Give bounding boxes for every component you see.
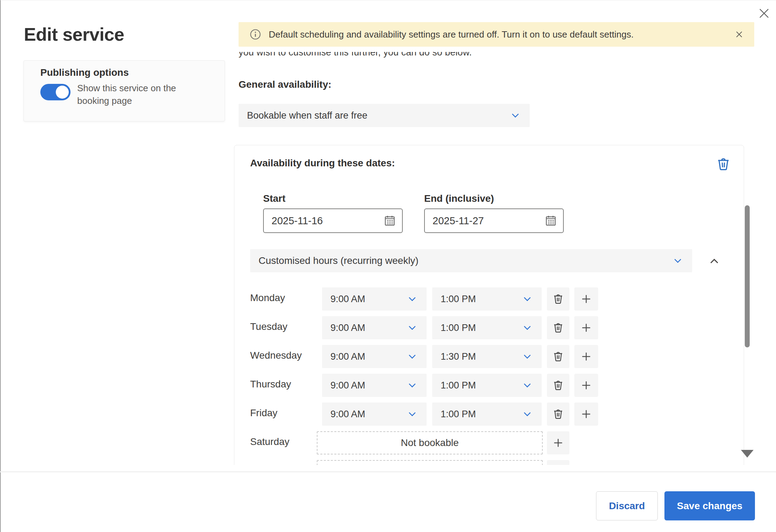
day-label: Saturday: [250, 436, 289, 447]
custom-hours-dropdown[interactable]: Customised hours (recurring weekly): [250, 249, 692, 272]
day-row-monday: Monday 9:00 AM 1:00 PM: [234, 287, 744, 311]
start-date-value: 2025-11-16: [272, 215, 323, 227]
start-date-input[interactable]: 2025-11-16: [263, 208, 403, 233]
start-time-value: 9:00 AM: [330, 294, 365, 305]
day-label: Wednesday: [250, 350, 302, 361]
availability-dates-heading: Availability during these dates:: [250, 158, 395, 169]
start-time-dropdown[interactable]: 9:00 AM: [322, 287, 427, 311]
chevron-down-icon: [522, 322, 533, 333]
scrollbar-thumb[interactable]: [745, 205, 750, 347]
end-date-label: End (inclusive): [424, 193, 494, 204]
day-row-friday: Friday 9:00 AM 1:00 PM: [234, 403, 744, 426]
chevron-down-icon: [407, 409, 417, 419]
delete-hours-button[interactable]: [547, 316, 569, 339]
start-time-value: 9:00 AM: [330, 380, 365, 391]
delete-hours-button[interactable]: [547, 345, 569, 368]
day-label: Monday: [250, 292, 285, 304]
scroll-down-arrow-icon[interactable]: [741, 450, 754, 458]
start-time-value: 9:00 AM: [330, 322, 365, 333]
start-time-value: 9:00 AM: [330, 409, 365, 420]
not-bookable-indicator: [317, 460, 543, 465]
chevron-down-icon: [407, 322, 417, 333]
start-time-dropdown[interactable]: 9:00 AM: [322, 316, 427, 339]
chevron-down-icon: [522, 380, 533, 391]
day-label: Tuesday: [250, 321, 287, 332]
delete-hours-button[interactable]: [547, 374, 569, 397]
custom-hours-value: Customised hours (recurring weekly): [259, 255, 419, 266]
start-time-dropdown[interactable]: 9:00 AM: [322, 403, 427, 426]
end-time-dropdown[interactable]: 1:00 PM: [432, 316, 542, 339]
add-hours-button[interactable]: [547, 460, 569, 465]
calendar-icon[interactable]: [544, 214, 557, 227]
day-row-wednesday: Wednesday 9:00 AM 1:30 PM: [234, 345, 744, 368]
discard-button[interactable]: Discard: [596, 491, 658, 520]
day-row-tuesday: Tuesday 9:00 AM 1:00 PM: [234, 316, 744, 339]
end-time-value: 1:00 PM: [441, 294, 476, 305]
chevron-down-icon: [510, 110, 521, 121]
start-time-dropdown[interactable]: 9:00 AM: [322, 374, 427, 397]
end-date-value: 2025-11-27: [433, 215, 484, 227]
end-date-input[interactable]: 2025-11-27: [424, 208, 564, 233]
banner-message: Default scheduling and availability sett…: [269, 29, 634, 40]
banner-close-icon[interactable]: [735, 30, 744, 39]
add-hours-button[interactable]: [574, 403, 598, 426]
info-icon: [249, 28, 262, 41]
not-bookable-indicator: Not bookable: [317, 431, 543, 454]
dialog-close-icon[interactable]: [758, 7, 770, 20]
chevron-down-icon: [522, 409, 533, 419]
content-scroll-area: you wish to customise this further, you …: [0, 52, 776, 465]
add-hours-button[interactable]: [574, 316, 598, 339]
day-row-saturday: Saturday Not bookable: [234, 431, 744, 454]
delete-date-range-icon[interactable]: [716, 157, 731, 172]
description-text-clipped: you wish to customise this further, you …: [239, 52, 472, 58]
general-availability-value: Bookable when staff are free: [247, 110, 367, 121]
add-hours-button[interactable]: [574, 287, 598, 311]
day-label: Friday: [250, 407, 277, 419]
day-row-sunday: Sunday: [234, 460, 744, 465]
default-settings-banner: Default scheduling and availability sett…: [239, 22, 754, 47]
add-hours-button[interactable]: [547, 431, 569, 454]
end-time-value: 1:00 PM: [441, 409, 476, 420]
chevron-down-icon: [407, 351, 417, 362]
chevron-down-icon: [673, 255, 683, 266]
end-time-dropdown[interactable]: 1:00 PM: [432, 403, 542, 426]
start-time-dropdown[interactable]: 9:00 AM: [322, 345, 427, 368]
end-time-value: 1:00 PM: [441, 322, 476, 333]
collapse-section-chevron-up-icon[interactable]: [705, 253, 723, 270]
end-time-value: 1:00 PM: [441, 380, 476, 391]
footer-divider: [0, 471, 776, 472]
end-time-dropdown[interactable]: 1:00 PM: [432, 374, 542, 397]
delete-hours-button[interactable]: [547, 287, 569, 311]
save-changes-button[interactable]: Save changes: [664, 491, 755, 520]
end-time-value: 1:30 PM: [441, 351, 476, 362]
end-time-dropdown[interactable]: 1:00 PM: [432, 287, 542, 311]
start-date-label: Start: [263, 193, 286, 204]
availability-dates-card: Availability during these dates: Start E…: [234, 145, 744, 465]
add-hours-button[interactable]: [574, 374, 598, 397]
general-availability-dropdown[interactable]: Bookable when staff are free: [239, 104, 530, 127]
page-title: Edit service: [24, 24, 124, 45]
delete-hours-button[interactable]: [547, 403, 569, 426]
add-hours-button[interactable]: [574, 345, 598, 368]
general-availability-label: General availability:: [239, 79, 332, 90]
day-row-thursday: Thursday 9:00 AM 1:00 PM: [234, 374, 744, 397]
chevron-down-icon: [407, 294, 417, 304]
calendar-icon[interactable]: [383, 214, 396, 227]
chevron-down-icon: [407, 380, 417, 391]
day-label: Thursday: [250, 379, 291, 390]
chevron-down-icon: [522, 294, 533, 304]
start-time-value: 9:00 AM: [330, 351, 365, 362]
chevron-down-icon: [522, 351, 533, 362]
end-time-dropdown[interactable]: 1:30 PM: [432, 345, 542, 368]
